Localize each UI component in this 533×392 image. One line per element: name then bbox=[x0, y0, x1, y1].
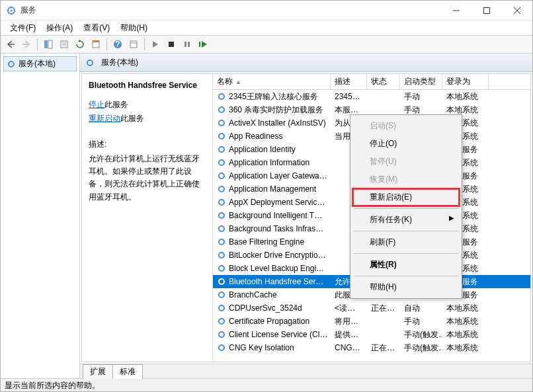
help-button[interactable]: ? bbox=[110, 37, 125, 52]
context-menu: 启动(S)停止(O)暂停(U)恢复(M)重新启动(E)所有任务(K)▶刷新(F)… bbox=[350, 114, 462, 299]
context-menu-item[interactable]: 所有任务(K)▶ bbox=[352, 211, 460, 229]
stop-service-link[interactable]: 停止 bbox=[89, 100, 104, 109]
toolbar: ? bbox=[1, 35, 532, 54]
svg-point-28 bbox=[219, 160, 224, 165]
stop-service-button[interactable] bbox=[164, 37, 179, 52]
context-menu-separator bbox=[354, 276, 458, 276]
row-desc: 将用… bbox=[331, 315, 367, 329]
gear-icon bbox=[217, 211, 226, 220]
row-name: Block Level Backup Engi… bbox=[229, 264, 324, 273]
svg-text:?: ? bbox=[115, 40, 120, 49]
tree-node-label: 服务(本地) bbox=[19, 58, 56, 69]
column-status[interactable]: 状态 bbox=[367, 74, 400, 89]
sort-asc-icon: ▲ bbox=[235, 79, 241, 85]
restart-service-button[interactable] bbox=[196, 37, 210, 52]
maximize-button[interactable] bbox=[472, 1, 502, 20]
tree-pane[interactable]: 服务(本地) bbox=[1, 54, 80, 378]
tree-node-services-local[interactable]: 服务(本地) bbox=[3, 56, 77, 71]
svg-point-21 bbox=[9, 61, 14, 67]
nav-back-button[interactable] bbox=[3, 37, 18, 52]
row-status: 正在… bbox=[367, 341, 400, 355]
svg-point-39 bbox=[219, 305, 224, 311]
context-menu-separator bbox=[354, 231, 458, 231]
selected-service-name: Bluetooth Handsfree Service bbox=[89, 81, 206, 90]
properties-sheet-button[interactable] bbox=[126, 37, 141, 52]
menu-help[interactable]: 帮助(H) bbox=[115, 21, 153, 35]
right-body: Bluetooth Handsfree Service 停止此服务 重新启动此服… bbox=[81, 73, 531, 362]
gear-icon bbox=[217, 198, 226, 207]
row-start: 手动(触发… bbox=[400, 341, 442, 355]
column-startup[interactable]: 启动类型 bbox=[400, 74, 442, 89]
svg-rect-15 bbox=[130, 41, 137, 48]
row-desc: 提供… bbox=[331, 328, 367, 342]
tab-standard[interactable]: 标准 bbox=[112, 364, 143, 379]
svg-point-42 bbox=[219, 345, 224, 350]
context-menu-item[interactable]: 刷新(F) bbox=[352, 233, 460, 251]
service-row[interactable]: Client License Service (Cl…提供…手动(触发…本地系统 bbox=[213, 328, 530, 341]
start-service-button[interactable] bbox=[148, 37, 163, 52]
pause-service-button[interactable] bbox=[180, 37, 194, 52]
service-row[interactable]: CDPUserSvc_3524d<读…正在…自动本地系统 bbox=[213, 301, 530, 315]
row-status bbox=[367, 95, 400, 98]
svg-point-40 bbox=[219, 319, 224, 324]
minimize-button[interactable] bbox=[441, 1, 472, 20]
detail-panel: Bluetooth Handsfree Service 停止此服务 重新启动此服… bbox=[82, 74, 213, 362]
service-row[interactable]: 2345王牌输入法核心服务2345…手动本地系统 bbox=[213, 90, 530, 103]
svg-rect-18 bbox=[184, 42, 186, 47]
context-menu-item[interactable]: 停止(O) bbox=[352, 135, 460, 153]
row-status bbox=[367, 320, 400, 323]
svg-point-37 bbox=[219, 279, 224, 284]
close-button[interactable] bbox=[502, 1, 532, 20]
svg-point-35 bbox=[219, 253, 224, 258]
row-start: 手动(触发… bbox=[400, 328, 442, 342]
window-title: 服务 bbox=[20, 5, 441, 16]
properties-button[interactable] bbox=[89, 37, 103, 52]
row-name: Application Management bbox=[229, 184, 316, 194]
row-logon: 本地系统 bbox=[442, 328, 489, 342]
column-desc[interactable]: 描述 bbox=[331, 74, 367, 89]
svg-point-26 bbox=[219, 134, 224, 139]
export-list-button[interactable] bbox=[57, 37, 71, 52]
menu-file[interactable]: 文件(F) bbox=[5, 21, 41, 35]
svg-point-25 bbox=[219, 120, 224, 126]
gear-icon bbox=[217, 184, 226, 194]
service-row[interactable]: Certificate Propagation将用…手动本地系统 bbox=[213, 315, 530, 328]
row-name: CNG Key Isolation bbox=[229, 343, 294, 352]
description-label: 描述: bbox=[89, 139, 206, 150]
svg-point-24 bbox=[219, 107, 224, 112]
svg-rect-17 bbox=[169, 42, 174, 47]
column-name[interactable]: 名称▲ bbox=[213, 74, 331, 89]
context-menu-item[interactable]: 重新启动(E) bbox=[352, 188, 460, 206]
tab-extended[interactable]: 扩展 bbox=[83, 364, 113, 379]
list-header: 名称▲ 描述 状态 启动类型 登录为 bbox=[213, 74, 530, 90]
services-window: 服务 文件(F) 操作(A) 查看(V) 帮助(H) ? bbox=[0, 0, 533, 392]
restart-service-link[interactable]: 重新启动 bbox=[89, 114, 120, 123]
gear-icon bbox=[217, 145, 226, 154]
svg-point-31 bbox=[219, 200, 224, 205]
restart-service-line: 重新启动此服务 bbox=[89, 113, 206, 124]
right-header: 服务(本地) bbox=[80, 54, 532, 72]
column-logon[interactable]: 登录为 bbox=[442, 74, 489, 89]
menu-view[interactable]: 查看(V) bbox=[78, 21, 115, 35]
svg-rect-7 bbox=[48, 40, 52, 48]
menu-action[interactable]: 操作(A) bbox=[41, 21, 78, 35]
show-hide-tree-button[interactable] bbox=[41, 37, 56, 52]
row-logon: 本地系统 bbox=[442, 90, 489, 104]
context-menu-item[interactable]: 帮助(H) bbox=[352, 278, 460, 296]
svg-rect-3 bbox=[484, 7, 490, 13]
gear-icon bbox=[85, 58, 95, 67]
context-menu-item[interactable]: 属性(R) bbox=[352, 256, 460, 274]
gear-icon bbox=[217, 105, 226, 114]
service-row[interactable]: CNG Key IsolationCNG…正在…手动(触发…本地系统 bbox=[213, 341, 530, 354]
nav-forward-button[interactable] bbox=[19, 37, 34, 52]
svg-rect-8 bbox=[61, 41, 67, 48]
refresh-button[interactable] bbox=[73, 37, 87, 52]
svg-point-22 bbox=[87, 60, 93, 65]
svg-point-30 bbox=[219, 186, 224, 192]
row-name: Background Tasks Infras… bbox=[229, 224, 323, 233]
gear-icon bbox=[217, 303, 226, 313]
context-menu-item: 恢复(M) bbox=[352, 171, 460, 188]
row-name: Background Intelligent T… bbox=[229, 211, 322, 220]
gear-icon bbox=[217, 118, 226, 128]
row-name: BitLocker Drive Encryptio… bbox=[229, 251, 326, 260]
